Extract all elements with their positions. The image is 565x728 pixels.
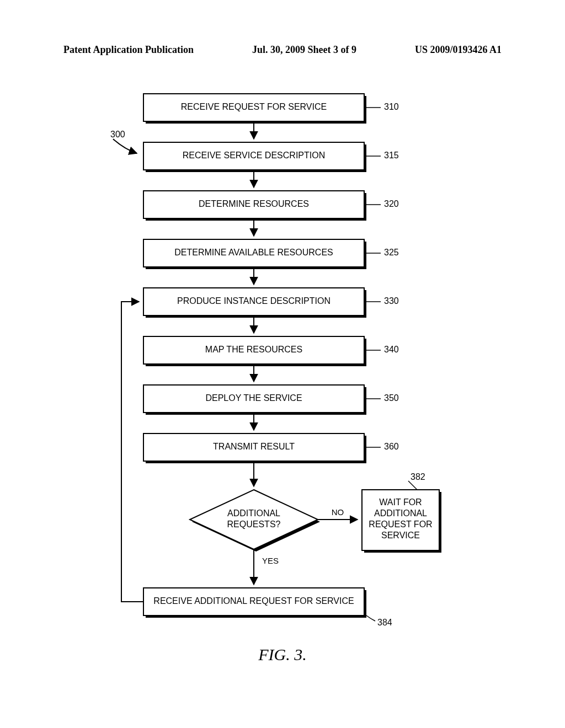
- svg-text:MAP THE RESOURCES: MAP THE RESOURCES: [205, 345, 302, 354]
- label-no: NO: [332, 507, 344, 517]
- svg-text:SERVICE: SERVICE: [381, 531, 420, 540]
- box-315: RECEIVE SERVICE DESCRIPTION: [143, 142, 366, 172]
- box-325: DETERMINE AVAILABLE RESOURCES: [143, 239, 366, 269]
- svg-text:RECEIVE SERVICE DESCRIPTION: RECEIVE SERVICE DESCRIPTION: [183, 151, 325, 160]
- svg-text:RECEIVE ADDITIONAL REQUEST FOR: RECEIVE ADDITIONAL REQUEST FOR SERVICE: [153, 596, 354, 606]
- ref-384: 384: [377, 618, 392, 627]
- flowchart: 300 RECEIVE REQUEST FOR SERVICE 310 RECE…: [0, 72, 565, 695]
- svg-text:ADDITIONAL: ADDITIONAL: [374, 508, 427, 518]
- tick-382: [408, 481, 417, 490]
- svg-text:PRODUCE INSTANCE DESCRIPTION: PRODUCE INSTANCE DESCRIPTION: [177, 296, 331, 306]
- ref-350: 350: [384, 393, 399, 403]
- svg-text:DETERMINE AVAILABLE RESOURCES: DETERMINE AVAILABLE RESOURCES: [174, 248, 333, 257]
- tick-384: [366, 615, 375, 621]
- box-360: TRANSMIT RESULT: [143, 433, 366, 463]
- header-left: Patent Application Publication: [63, 44, 194, 56]
- figure-caption: FIG. 3.: [0, 645, 565, 664]
- ref-340: 340: [384, 345, 399, 354]
- page: Patent Application Publication Jul. 30, …: [0, 0, 565, 728]
- box-310: RECEIVE REQUEST FOR SERVICE: [143, 94, 366, 124]
- ref-360: 360: [384, 442, 399, 451]
- box-340: MAP THE RESOURCES: [143, 336, 366, 366]
- svg-text:WAIT FOR: WAIT FOR: [379, 497, 422, 507]
- header-center: Jul. 30, 2009 Sheet 3 of 9: [252, 44, 356, 56]
- svg-text:REQUEST FOR: REQUEST FOR: [369, 520, 432, 529]
- svg-text:RECEIVE REQUEST FOR SERVICE: RECEIVE REQUEST FOR SERVICE: [181, 102, 327, 111]
- box-350: DEPLOY THE SERVICE: [143, 385, 366, 415]
- header-right: US 2009/0193426 A1: [415, 44, 502, 56]
- ref-320: 320: [384, 199, 399, 208]
- ref-325: 325: [384, 248, 399, 257]
- leader-300: [113, 139, 137, 153]
- ref-315: 315: [384, 151, 399, 160]
- ref-382: 382: [411, 472, 425, 481]
- label-yes: YES: [262, 556, 279, 565]
- svg-text:DETERMINE RESOURCES: DETERMINE RESOURCES: [199, 199, 309, 208]
- box-382: WAIT FOR ADDITIONAL REQUEST FOR SERVICE: [362, 490, 441, 553]
- svg-text:DEPLOY THE SERVICE: DEPLOY THE SERVICE: [205, 393, 302, 403]
- ref-310: 310: [384, 102, 399, 111]
- box-330: PRODUCE INSTANCE DESCRIPTION: [143, 288, 366, 318]
- svg-text:REQUESTS?: REQUESTS?: [227, 520, 281, 529]
- box-320: DETERMINE RESOURCES: [143, 191, 366, 221]
- ref-330: 330: [384, 296, 399, 306]
- page-header: Patent Application Publication Jul. 30, …: [63, 44, 502, 56]
- svg-text:ADDITIONAL: ADDITIONAL: [227, 508, 280, 518]
- decision-additional-requests: ADDITIONAL REQUESTS?: [190, 490, 320, 552]
- ref-300: 300: [110, 130, 125, 139]
- arrow-loopback-384-330: [121, 302, 143, 602]
- box-384: RECEIVE ADDITIONAL REQUEST FOR SERVICE: [143, 588, 366, 618]
- svg-text:TRANSMIT RESULT: TRANSMIT RESULT: [213, 442, 295, 451]
